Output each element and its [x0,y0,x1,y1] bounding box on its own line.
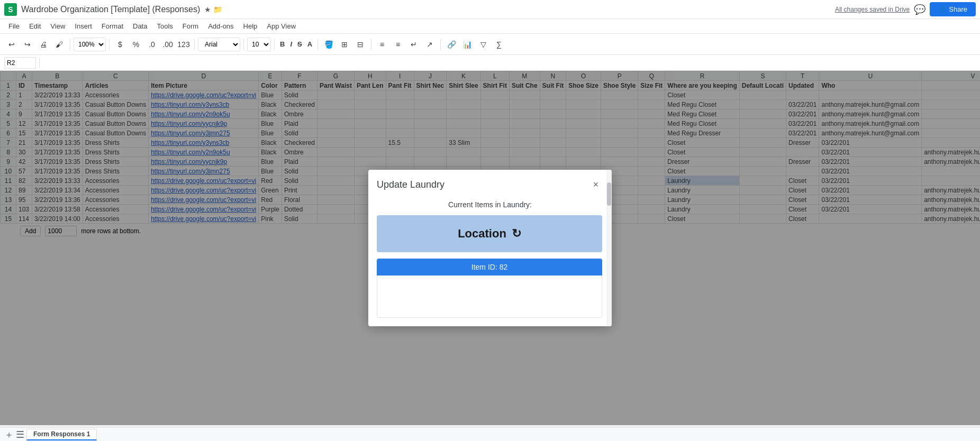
top-right-actions: All changes saved in Drive 💬 👤 Share [835,2,976,16]
separator-5 [274,39,275,50]
formula-divider [39,58,40,68]
top-bar: S Wardrobe Organization [Template] (Resp… [0,0,980,19]
menu-tools[interactable]: Tools [152,21,177,31]
separator-6 [317,39,318,50]
separator-4 [243,39,244,50]
chat-icon[interactable]: 💬 [914,4,925,15]
valign-button[interactable]: ≡ [391,37,405,52]
share-button[interactable]: 👤 Share [930,2,976,16]
decrease-decimal-button[interactable]: .0 [144,37,159,52]
star-icon[interactable]: ★ [204,5,211,14]
modal-scrollbar-track[interactable] [606,170,612,326]
function-button[interactable]: ∑ [492,37,506,52]
separator-8 [440,39,441,50]
toolbar: ↩ ↪ 🖨 🖌 100% $ % .0 .00 123 Arial 10 B I… [0,34,980,55]
filter-button[interactable]: ▽ [476,37,491,52]
document-title: Wardrobe Organization [Template] (Respon… [21,5,200,14]
modal-close-button[interactable]: × [588,177,603,192]
modal-scrollbar-thumb[interactable] [607,182,611,206]
share-label: Share [949,5,967,13]
formula-bar [0,55,980,71]
text-color-button[interactable]: A [305,38,314,51]
font-size-selector[interactable]: 10 [247,38,271,51]
more-formats-button[interactable]: 123 [176,37,191,52]
separator-1 [70,39,70,50]
saved-status: All changes saved in Drive [835,6,910,13]
menu-edit[interactable]: Edit [25,21,45,31]
app-icon-letter: S [8,5,13,14]
separator-3 [194,39,195,50]
add-sheet-button[interactable]: ＋ [4,428,14,441]
percent-button[interactable]: % [129,37,143,52]
refresh-icon: ↻ [512,227,521,241]
sheet-area: A B C D E F G H I J K L M N O P Q R S T [0,71,980,425]
location-button[interactable]: Location ↻ [377,215,602,252]
borders-button[interactable]: ⊞ [337,37,352,52]
fill-color-button[interactable]: 🪣 [321,37,336,52]
link-button[interactable]: 🔗 [444,37,459,52]
menu-insert[interactable]: Insert [70,21,96,31]
menu-appview[interactable]: App View [262,21,300,31]
merge-button[interactable]: ⊟ [353,37,368,52]
modal-subtitle: Current Items in Laundry: [368,196,612,215]
rotate-button[interactable]: ↗ [422,37,437,52]
separator-7 [371,39,371,50]
item-id-content [377,275,602,318]
menu-addons[interactable]: Add-ons [204,21,238,31]
app-icon: S [4,3,17,16]
menu-bar: File Edit View Insert Format Data Tools … [0,19,980,34]
bold-button[interactable]: B [278,38,287,51]
sheets-menu-button[interactable]: ☰ [16,429,24,440]
menu-view[interactable]: View [46,21,69,31]
redo-button[interactable]: ↪ [20,37,35,52]
menu-help[interactable]: Help [239,21,262,31]
chart-button[interactable]: 📊 [460,37,475,52]
update-laundry-modal: Update Laundry × Current Items in Laundr… [368,170,612,326]
align-button[interactable]: ≡ [375,37,389,52]
modal-body: Location ↻ Item ID: 82 [368,215,612,326]
separator-2 [109,39,110,50]
menu-file[interactable]: File [4,21,24,31]
menu-form[interactable]: Form [178,21,203,31]
share-person-icon: 👤 [938,5,947,13]
modal-title: Update Laundry [377,179,444,190]
menu-format[interactable]: Format [97,21,128,31]
print-button[interactable]: 🖨 [36,37,51,52]
undo-button[interactable]: ↩ [4,37,19,52]
modal-header: Update Laundry × [368,170,612,196]
tab-form-responses-1[interactable]: Form Responses 1 [26,429,97,440]
folder-icon[interactable]: 📁 [213,5,222,14]
item-id-section: Item ID: 82 [377,259,602,318]
location-text: Location [458,227,506,241]
italic-button[interactable]: I [288,38,294,51]
modal-overlay: Update Laundry × Current Items in Laundr… [0,71,980,425]
tab-bar: ＋ ☰ Form Responses 1 [0,427,980,441]
wrap-button[interactable]: ↵ [406,37,421,52]
cell-reference[interactable] [4,57,36,69]
zoom-selector[interactable]: 100% [74,38,106,51]
item-id-header: Item ID: 82 [377,259,602,275]
increase-decimal-button[interactable]: .00 [160,37,175,52]
currency-button[interactable]: $ [113,37,128,52]
menu-data[interactable]: Data [129,21,151,31]
strikethrough-button[interactable]: S [295,38,304,51]
paint-format-button[interactable]: 🖌 [52,37,67,52]
font-selector[interactable]: Arial [198,38,240,51]
formula-input[interactable] [43,59,976,67]
